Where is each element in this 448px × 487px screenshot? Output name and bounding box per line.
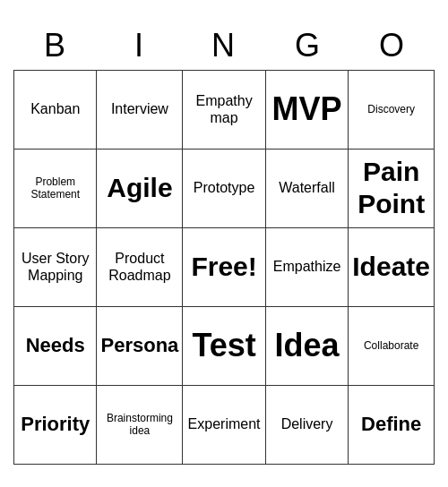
cell-content: Kanban (30, 100, 80, 117)
cell-content: Interview (111, 100, 168, 117)
bingo-cell-r1-c2: Prototype (183, 150, 265, 228)
cell-content: Discovery (367, 103, 415, 115)
bingo-cell-r0-c4: Discovery (349, 71, 435, 150)
bingo-letter: B (13, 23, 98, 70)
bingo-letter: O (350, 23, 435, 70)
cell-content: Pain Point (352, 156, 430, 220)
cell-content: Idea (275, 326, 340, 364)
bingo-letter: N (182, 23, 266, 70)
cell-content: Agile (107, 172, 172, 204)
cell-content: Free! (191, 251, 256, 283)
bingo-letter: G (266, 23, 350, 70)
cell-content: Product Roadmap (100, 250, 178, 284)
cell-content: Experiment (188, 415, 261, 432)
bingo-cell-r2-c2: Free! (183, 228, 265, 307)
bingo-cell-r4-c2: Experiment (183, 386, 265, 465)
bingo-cell-r0-c0: Kanban (14, 71, 97, 150)
cell-content: Collaborate (364, 339, 418, 352)
cell-content: Empathy map (186, 92, 261, 126)
bingo-cell-r2-c4: Ideate (349, 228, 435, 307)
bingo-cell-r4-c3: Delivery (266, 386, 349, 465)
bingo-letter: I (98, 23, 182, 70)
bingo-cell-r1-c0: Problem Statement (14, 150, 97, 228)
bingo-cell-r2-c3: Empathize (266, 228, 349, 307)
bingo-cell-r1-c3: Waterfall (266, 150, 349, 228)
bingo-cell-r2-c1: Product Roadmap (97, 228, 183, 307)
bingo-grid: KanbanInterviewEmpathy mapMVPDiscoveryPr… (13, 70, 435, 465)
bingo-cell-r3-c2: Test (183, 307, 265, 386)
cell-content: Test (192, 326, 255, 364)
cell-content: Waterfall (279, 179, 335, 196)
cell-content: Persona (100, 334, 178, 357)
bingo-cell-r1-c4: Pain Point (349, 150, 435, 228)
cell-content: Priority (21, 413, 90, 436)
bingo-header: BINGO (13, 23, 435, 70)
bingo-cell-r0-c3: MVP (266, 71, 349, 150)
cell-content: Brainstorming idea (100, 412, 178, 438)
cell-content: Needs (26, 334, 85, 357)
bingo-cell-r3-c4: Collaborate (349, 307, 435, 386)
bingo-card: BINGO KanbanInterviewEmpathy mapMVPDisco… (13, 23, 435, 465)
bingo-cell-r4-c0: Priority (14, 386, 97, 465)
bingo-cell-r0-c2: Empathy map (183, 71, 265, 150)
bingo-cell-r0-c1: Interview (97, 71, 183, 150)
cell-content: Define (361, 413, 421, 436)
bingo-cell-r2-c0: User Story Mapping (14, 228, 97, 307)
bingo-cell-r3-c0: Needs (14, 307, 97, 386)
cell-content: Prototype (194, 179, 254, 196)
cell-content: Ideate (352, 251, 430, 283)
bingo-cell-r3-c1: Persona (97, 307, 183, 386)
bingo-cell-r4-c1: Brainstorming idea (97, 386, 183, 465)
cell-content: Empathize (273, 258, 341, 275)
cell-content: MVP (272, 90, 342, 128)
cell-content: User Story Mapping (18, 250, 92, 284)
cell-content: Delivery (281, 415, 333, 432)
bingo-cell-r3-c3: Idea (266, 307, 349, 386)
bingo-cell-r4-c4: Define (349, 386, 435, 465)
bingo-cell-r1-c1: Agile (97, 150, 183, 228)
cell-content: Problem Statement (18, 175, 92, 201)
